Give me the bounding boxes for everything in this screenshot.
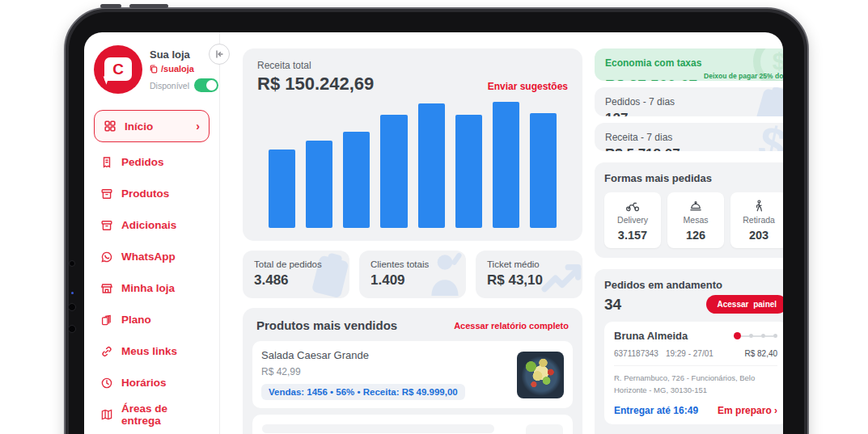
store-logo: C: [94, 45, 142, 94]
archive-box-icon: [100, 219, 113, 232]
sidebar: C Sua loja /sualoja Disponível: [84, 32, 220, 434]
product-skeleton-item: [252, 415, 573, 434]
sidebar-item-label: Áreas de entrega: [121, 402, 203, 427]
sidebar-item-label: Adicionais: [121, 219, 176, 231]
copy-icon: [150, 65, 158, 74]
chart-bar: [269, 150, 295, 228]
order-type-value: 203: [732, 229, 783, 242]
deliver-by-link[interactable]: Entregar até 16:49: [614, 405, 698, 416]
fee-savings-value: R$ 37.560,67: [605, 77, 697, 82]
progress-step-active: [734, 332, 741, 339]
sidebar-item-label: Plano: [121, 314, 151, 326]
order-type-retirada[interactable]: Retirada 203: [730, 192, 783, 248]
orders-7d-value: 127: [605, 111, 783, 116]
order-type-value: 3.157: [606, 229, 659, 242]
chevron-right-icon: ›: [196, 120, 200, 132]
page: C Sua loja /sualoja Disponível: [0, 0, 868, 434]
product-stats-badge: Vendas: 1456 • 56% • Receita: R$ 49.999,…: [261, 384, 465, 400]
chevron-right-icon: ›: [774, 405, 777, 416]
chart-bar: [343, 132, 370, 228]
order-customer-name: Bruna Almeida: [614, 330, 688, 342]
store-header: C Sua loja /sualoja Disponível: [94, 45, 210, 94]
ongoing-orders-count: 34: [604, 296, 621, 314]
availability-toggle[interactable]: [194, 78, 218, 92]
sidebar-nav: Início › Pedidos Produtos Adicionais: [94, 110, 210, 430]
sidebar-item-minha-loja[interactable]: Minha loja: [94, 272, 210, 304]
revenue-7d-label: Receita - 7 dias: [605, 132, 783, 143]
cloche-icon: [689, 200, 702, 212]
product-name: Salada Caesar Grande: [261, 349, 465, 361]
main-content: Receita total R$ 150.242,69 Enviar suges…: [220, 32, 783, 434]
order-card[interactable]: Bruna Almeida: [604, 322, 783, 424]
product-price: R$ 42,99: [261, 366, 465, 377]
stat-card-ticket-medio: Ticket médio R$ 43,10: [476, 251, 582, 298]
sidebar-item-label: Produtos: [121, 188, 169, 200]
revenue-bar-chart: [257, 102, 568, 228]
order-status-label: Em preparo: [718, 405, 772, 416]
tablet-camera-dot: [68, 303, 76, 311]
tablet-camera-dot: [69, 260, 75, 267]
chart-bar: [530, 113, 557, 228]
app-screen: C Sua loja /sualoja Disponível: [84, 32, 783, 434]
sidebar-item-label: Minha loja: [121, 282, 175, 294]
order-type-delivery[interactable]: Delivery 3.157: [604, 192, 661, 248]
top-products-title: Produtos mais vendidos: [256, 318, 397, 332]
order-total: R$ 82,40: [745, 349, 778, 358]
availability-label: Disponível: [150, 81, 189, 91]
full-report-link[interactable]: Acessar relatório completo: [454, 321, 569, 331]
store-slug-link[interactable]: /sualoja: [150, 64, 218, 74]
order-address: R. Pernambuco, 726 - Funcionários, Belo …: [614, 365, 777, 396]
order-type-value: 126: [669, 229, 722, 242]
fee-savings-card: Economia com taxas R$ 37.560,67 Deixou d…: [595, 48, 783, 81]
collapse-left-icon: [214, 49, 224, 59]
revenue-total-card: Receita total R$ 150.242,69 Enviar suges…: [243, 48, 582, 241]
order-types-card: Formas mais pedidas Delivery 3.157 Mesas…: [595, 162, 783, 258]
product-photo: [517, 352, 564, 398]
chart-bar: [493, 102, 519, 228]
access-panel-button[interactable]: Acessar painel: [706, 295, 783, 314]
stats-row: Total de pedidos 3.486 Clientes totais 1…: [243, 251, 582, 298]
sidebar-item-meus-links[interactable]: Meus links: [94, 335, 210, 367]
map-icon: [100, 408, 113, 421]
revenue-total-label: Receita total: [257, 60, 374, 71]
revenue-total-value: R$ 150.242,69: [257, 74, 374, 95]
sidebar-item-adicionais[interactable]: Adicionais: [94, 209, 210, 241]
skeleton-bar: [262, 424, 494, 433]
ongoing-orders-card: Pedidos em andamento 34 Acessar painel B…: [595, 269, 783, 434]
stat-label: Clientes totais: [370, 259, 466, 269]
sidebar-item-inicio[interactable]: Início ›: [94, 110, 210, 142]
stat-value: R$ 43,10: [487, 272, 582, 289]
orders-7d-card: Pedidos - 7 dias 127: [595, 87, 783, 116]
order-time: 19:29 - 27/01: [666, 349, 713, 358]
sidebar-item-label: Horários: [121, 377, 167, 389]
send-suggestions-link[interactable]: Enviar sugestões: [488, 81, 568, 95]
orders-7d-label: Pedidos - 7 dias: [605, 96, 783, 107]
revenue-7d-value: R$ 5.718,07: [605, 146, 783, 152]
order-type-mesas[interactable]: Mesas 126: [667, 192, 724, 248]
sidebar-item-horarios[interactable]: Horários: [94, 367, 210, 398]
grid-icon: [104, 120, 116, 133]
whatsapp-icon: [100, 251, 113, 263]
stat-card-clientes-totais: Clientes totais 1.409: [359, 251, 466, 298]
fee-savings-note: Deixou de pagar 25% do faturamento à pla…: [704, 72, 783, 81]
order-types-title: Formas mais pedidas: [604, 172, 783, 184]
storefront-icon: [100, 282, 113, 295]
product-list-item[interactable]: Salada Caesar Grande R$ 42,99 Vendas: 14…: [252, 341, 573, 408]
fee-savings-label: Economia com taxas: [605, 57, 783, 69]
sidebar-item-whatsapp[interactable]: WhatsApp: [94, 241, 210, 272]
chart-bar: [380, 115, 407, 228]
sidebar-item-produtos[interactable]: Produtos: [94, 178, 210, 209]
tablet-power-button: [100, 4, 121, 8]
tablet-camera-dot: [68, 325, 76, 333]
order-progress-steps: [734, 332, 777, 339]
sidebar-item-pedidos[interactable]: Pedidos: [94, 146, 210, 178]
sidebar-item-label: WhatsApp: [121, 251, 176, 263]
order-type-label: Retirada: [732, 215, 783, 225]
sidebar-item-plano[interactable]: Plano: [94, 304, 210, 335]
order-status-link[interactable]: Em preparo ›: [718, 405, 777, 416]
brand-c-icon: C: [104, 57, 132, 81]
stat-label: Total de pedidos: [254, 259, 349, 269]
sidebar-item-areas-de-entrega[interactable]: Áreas de entrega: [94, 398, 210, 430]
sidebar-collapse-button[interactable]: [209, 44, 230, 65]
link-icon: [100, 345, 113, 358]
